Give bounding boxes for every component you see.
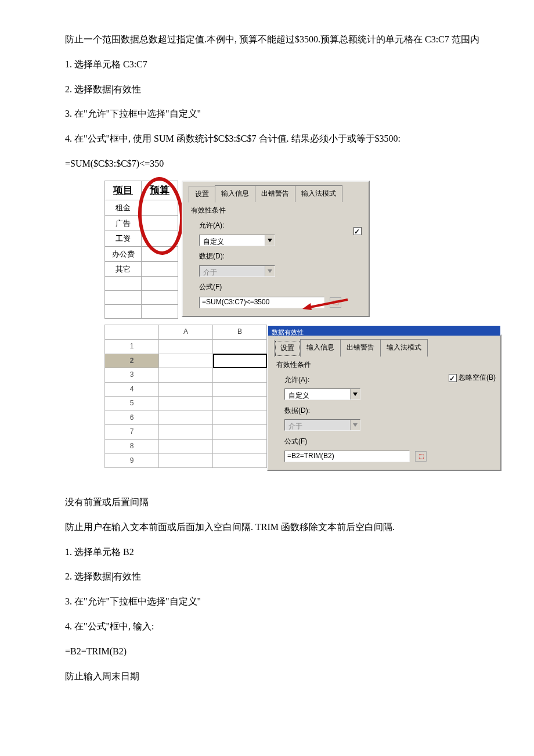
row-head-2[interactable]: 2 (105, 354, 159, 368)
dialog-titlebar: 数据有效性 (268, 326, 500, 336)
col-b-header[interactable]: B (213, 325, 267, 340)
corner-cell[interactable] (105, 325, 159, 340)
cell-a5[interactable] (159, 397, 213, 411)
row-head-5[interactable]: 5 (105, 397, 159, 411)
cell-c6[interactable] (142, 246, 178, 261)
cell-c7[interactable] (142, 261, 178, 276)
cell-rent: 租金 (105, 200, 142, 215)
cell-b3[interactable] (213, 368, 267, 383)
cell-b7[interactable] (213, 425, 267, 440)
svg-marker-4 (353, 393, 358, 396)
data-label: 数据(D): (284, 405, 495, 417)
budget-table: 项目 预算 租金 广告 工资 办公费 其它 (104, 181, 178, 319)
section2-last: 防止输入周末日期 (46, 668, 488, 685)
row-head-7[interactable]: 7 (105, 425, 159, 440)
tab-input-msg[interactable]: 输入信息 (300, 339, 341, 357)
cell-a3[interactable] (159, 368, 213, 383)
formula-label: 公式(F) (199, 281, 363, 294)
tab-settings[interactable]: 设置 (274, 340, 301, 357)
tab-input-msg[interactable]: 输入信息 (215, 185, 255, 203)
cell-other: 其它 (105, 261, 142, 276)
dropdown-icon[interactable] (265, 235, 275, 246)
range-picker-icon[interactable]: ⬚ (330, 297, 341, 308)
cell-b9[interactable] (213, 453, 267, 468)
cell-a7[interactable] (159, 425, 213, 440)
cell-b2[interactable] (213, 354, 267, 368)
ignore-blank-label: 忽略空值(B) (459, 373, 496, 381)
dropdown-icon[interactable] (350, 389, 360, 399)
figure-1: 项目 预算 租金 广告 工资 办公费 其它 设置 输入信息 出错警告 输入法模式… (104, 181, 488, 319)
cell-empty3 (105, 305, 142, 319)
step3: 3. 在"允许"下拉框中选择"自定义" (46, 106, 488, 123)
step1: 1. 选择单元格 C3:C7 (46, 56, 488, 73)
ignore-blank-area[interactable] (353, 225, 362, 237)
cell-a6[interactable] (159, 411, 213, 425)
section2-desc: 防止用户在输入文本前面或后面加入空白间隔. TRIM 函数移除文本前后空白间隔. (46, 519, 488, 536)
allow-dropdown[interactable]: 自定义 (284, 388, 360, 400)
row-head-9[interactable]: 9 (105, 453, 159, 468)
tab-settings[interactable]: 设置 (189, 186, 215, 203)
section2-step2: 2. 选择数据|有效性 (46, 568, 488, 585)
formula-line-1: =SUM($C$3:$C$7)<=350 (65, 156, 488, 172)
cell-a8[interactable] (159, 440, 213, 454)
formula-input[interactable]: =SUM(C3:C7)<=3500 (199, 297, 324, 308)
cell-ad: 广告 (105, 215, 142, 231)
row-head-8[interactable]: 8 (105, 440, 159, 454)
dropdown-icon (350, 420, 360, 430)
ignore-blank-row[interactable]: 忽略空值(B) (449, 372, 496, 384)
excel-grid: A B 1 2 3 4 5 6 7 8 9 (104, 325, 267, 468)
allow-value: 自定义 (285, 389, 350, 399)
data-dropdown: 介于 (199, 265, 275, 277)
allow-value: 自定义 (200, 235, 265, 246)
cell-a1[interactable] (159, 339, 213, 354)
row-head-4[interactable]: 4 (105, 382, 159, 397)
row-head-6[interactable]: 6 (105, 411, 159, 425)
cell-b4[interactable] (213, 382, 267, 397)
step4: 4. 在"公式"框中, 使用 SUM 函数统计$C$3:$C$7 合计值. 结果… (46, 131, 488, 147)
cell-c3[interactable] (142, 200, 178, 215)
formula-label: 公式(F) (284, 435, 495, 448)
svg-marker-5 (353, 423, 358, 427)
intro-paragraph: 防止一个范围数据总数超过指定值.本例中, 预算不能超过$3500.预算总额统计的… (46, 31, 488, 48)
cell-a4[interactable] (159, 382, 213, 397)
formula-input[interactable]: =B2=TRIM(B2) (284, 451, 410, 462)
dropdown-icon (265, 266, 275, 276)
row-head-1[interactable]: 1 (105, 339, 159, 354)
cell-b6[interactable] (213, 411, 267, 425)
formula-text: =B2=TRIM(B2) (287, 450, 334, 463)
data-value: 介于 (200, 266, 265, 276)
col-a-header[interactable]: A (159, 325, 213, 340)
cell-c5[interactable] (142, 231, 178, 246)
validation-dialog-2: 数据有效性 设置 输入信息 出错警告 输入法模式 有效性条件 允许(A): 自定… (267, 334, 501, 471)
cell-c4[interactable] (142, 215, 178, 231)
cell-b8[interactable] (213, 440, 267, 454)
allow-label: 允许(A): (199, 219, 363, 232)
tab-ime-mode[interactable]: 输入法模式 (295, 185, 342, 203)
cell-empty1b (142, 277, 178, 291)
cell-empty2b (142, 291, 178, 305)
formula-text: =SUM(C3:C7)<=3500 (202, 296, 269, 309)
section2-step4: 4. 在"公式"框中, 输入: (46, 618, 488, 635)
allow-dropdown[interactable]: 自定义 (199, 235, 275, 246)
cell-salary: 工资 (105, 231, 142, 246)
cell-b5[interactable] (213, 397, 267, 411)
checkbox-icon[interactable] (353, 227, 362, 235)
checkbox-icon[interactable] (449, 374, 457, 382)
section2-title: 没有前置或后置间隔 (46, 494, 488, 511)
col-header-project: 项目 (105, 181, 142, 200)
tab-ime-mode[interactable]: 输入法模式 (380, 339, 428, 357)
cell-empty2 (105, 291, 142, 305)
data-dropdown: 介于 (284, 419, 360, 431)
tab-error-alert[interactable]: 出错警告 (255, 185, 295, 203)
section2-step3: 3. 在"允许"下拉框中选择"自定义" (46, 593, 488, 610)
cell-a9[interactable] (159, 453, 213, 468)
row-head-3[interactable]: 3 (105, 368, 159, 383)
range-picker-icon[interactable]: ⬚ (415, 451, 427, 462)
tab-error-alert[interactable]: 出错警告 (340, 339, 381, 357)
data-label: 数据(D): (199, 250, 363, 263)
section-label: 有效性条件 (191, 204, 363, 217)
cell-b1[interactable] (213, 339, 267, 354)
cell-a2[interactable] (159, 354, 213, 368)
step2: 2. 选择数据|有效性 (46, 81, 488, 98)
svg-marker-0 (268, 239, 272, 242)
